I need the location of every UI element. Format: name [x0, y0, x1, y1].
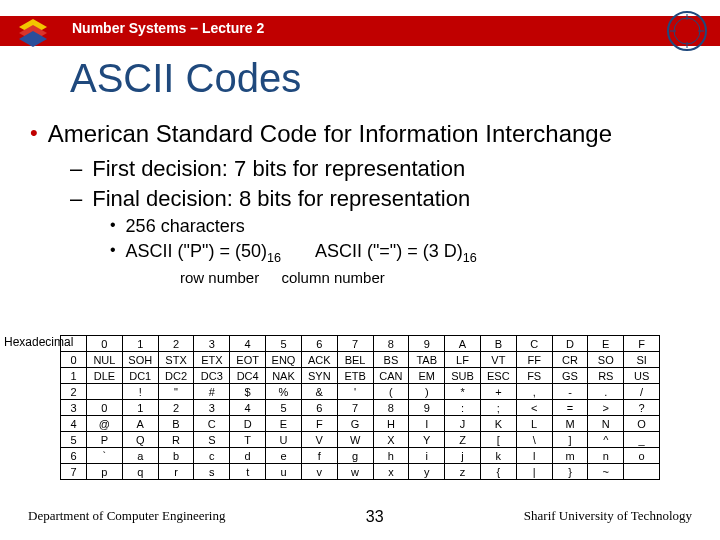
- table-cell: BEL: [337, 352, 373, 368]
- ascii-table-wrap: 0123456789ABCDEF 0NULSOHSTXETXEOTENQACKB…: [60, 335, 660, 480]
- table-cell: ): [409, 384, 445, 400]
- table-cell: ]: [552, 432, 588, 448]
- bullet-level1: • American Standard Code for Information…: [30, 120, 690, 148]
- table-cell: L: [516, 416, 552, 432]
- table-cell: Z: [445, 432, 481, 448]
- content-area: • American Standard Code for Information…: [30, 120, 690, 286]
- table-row-header: 5: [61, 432, 87, 448]
- table-cell: DC2: [158, 368, 194, 384]
- table-cell: 0: [87, 400, 123, 416]
- table-cell: VT: [480, 352, 516, 368]
- table-cell: 6: [301, 400, 337, 416]
- table-cell: >: [588, 400, 624, 416]
- bullet-text: 256 characters: [126, 216, 245, 237]
- table-cell: SYN: [301, 368, 337, 384]
- table-cell: ESC: [480, 368, 516, 384]
- table-cell: CAN: [373, 368, 409, 384]
- table-cell: X: [373, 432, 409, 448]
- bullet-dash-icon: –: [70, 156, 82, 182]
- table-cell: f: [301, 448, 337, 464]
- table-row: 6`abcdefghijklmno: [61, 448, 660, 464]
- slide-title: ASCII Codes: [70, 56, 301, 101]
- table-cell: +: [480, 384, 516, 400]
- bullet-dot-icon: •: [110, 241, 116, 265]
- table-cell: BS: [373, 352, 409, 368]
- table-cell: b: [158, 448, 194, 464]
- bullet-text: First decision: 7 bits for representatio…: [92, 156, 465, 182]
- table-cell: ~: [588, 464, 624, 480]
- table-cell: w: [337, 464, 373, 480]
- table-cell: N: [588, 416, 624, 432]
- table-cell: @: [87, 416, 123, 432]
- table-cell: TAB: [409, 352, 445, 368]
- table-cell: U: [266, 432, 302, 448]
- table-cell: DC3: [194, 368, 230, 384]
- table-col-header: 8: [373, 336, 409, 352]
- bullet-text: ASCII ("P") = (50)16 ASCII ("=") = (3 D)…: [126, 241, 477, 265]
- table-cell: z: [445, 464, 481, 480]
- table-cell: ^: [588, 432, 624, 448]
- table-cell: E: [266, 416, 302, 432]
- subscript-base: 16: [267, 251, 281, 265]
- footer-university: Sharif University of Technology: [524, 508, 692, 526]
- subscript-base: 16: [463, 251, 477, 265]
- table-row: 5PQRSTUVWXYZ[\]^_: [61, 432, 660, 448]
- table-cell: $: [230, 384, 266, 400]
- table-cell: STX: [158, 352, 194, 368]
- table-cell: 8: [373, 400, 409, 416]
- table-cell: .: [588, 384, 624, 400]
- table-cell: J: [445, 416, 481, 432]
- table-col-header: C: [516, 336, 552, 352]
- bullet-level2: – First decision: 7 bits for representat…: [70, 156, 690, 182]
- table-col-header: E: [588, 336, 624, 352]
- table-cell: EOT: [230, 352, 266, 368]
- table-cell: =: [552, 400, 588, 416]
- table-cell: :: [445, 400, 481, 416]
- table-cell: I: [409, 416, 445, 432]
- table-col-header: F: [624, 336, 660, 352]
- table-cell: 5: [266, 400, 302, 416]
- table-cell: `: [87, 448, 123, 464]
- table-cell: g: [337, 448, 373, 464]
- table-cell: 3: [194, 400, 230, 416]
- table-cell: [: [480, 432, 516, 448]
- table-cell: FF: [516, 352, 552, 368]
- table-cell: /: [624, 384, 660, 400]
- table-cell: -: [552, 384, 588, 400]
- table-cell: e: [266, 448, 302, 464]
- table-cell: [87, 384, 123, 400]
- table-col-header: 9: [409, 336, 445, 352]
- table-cell: ": [158, 384, 194, 400]
- table-cell: y: [409, 464, 445, 480]
- table-cell: n: [588, 448, 624, 464]
- table-col-header: A: [445, 336, 481, 352]
- university-seal-icon: [666, 10, 708, 52]
- table-cell: [624, 464, 660, 480]
- table-cell: O: [624, 416, 660, 432]
- table-row-header: 2: [61, 384, 87, 400]
- table-cell: DC1: [122, 368, 158, 384]
- table-cell: NAK: [266, 368, 302, 384]
- table-cell: ,: [516, 384, 552, 400]
- bullet-level3: • 256 characters: [110, 216, 690, 237]
- table-cell: ETX: [194, 352, 230, 368]
- table-row-header: 0: [61, 352, 87, 368]
- table-cell: C: [194, 416, 230, 432]
- table-cell: ;: [480, 400, 516, 416]
- table-cell: *: [445, 384, 481, 400]
- table-cell: CR: [552, 352, 588, 368]
- department-logo-icon: [12, 10, 54, 52]
- table-cell: M: [552, 416, 588, 432]
- table-cell: P: [87, 432, 123, 448]
- svg-point-4: [674, 18, 700, 44]
- table-cell: ENQ: [266, 352, 302, 368]
- table-cell: h: [373, 448, 409, 464]
- table-cell: T: [230, 432, 266, 448]
- ascii-table: 0123456789ABCDEF 0NULSOHSTXETXEOTENQACKB…: [60, 335, 660, 480]
- table-col-header: 5: [266, 336, 302, 352]
- table-cell: 2: [158, 400, 194, 416]
- table-col-header: 7: [337, 336, 373, 352]
- table-col-header: 3: [194, 336, 230, 352]
- table-cell: v: [301, 464, 337, 480]
- table-cell: o: [624, 448, 660, 464]
